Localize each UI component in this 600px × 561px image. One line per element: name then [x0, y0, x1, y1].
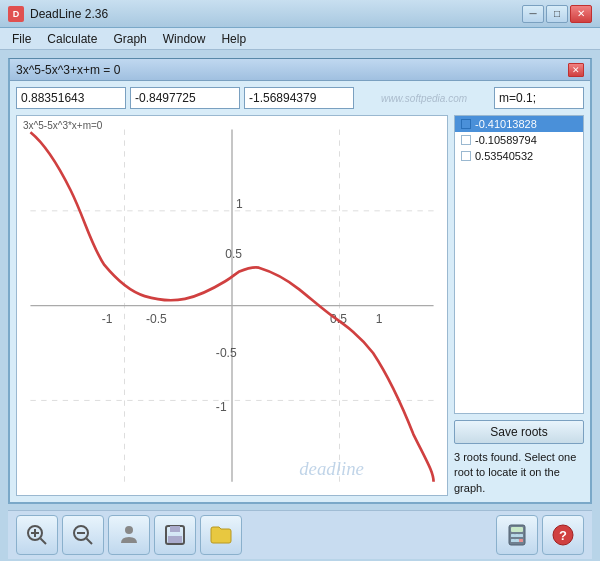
zoom-in-button[interactable] — [16, 515, 58, 555]
svg-text:1: 1 — [236, 197, 243, 211]
roots-list: -0.41013828 -0.10589794 0.53540532 — [454, 115, 584, 414]
toolbar: ? — [8, 510, 592, 559]
calculator-button[interactable] — [496, 515, 538, 555]
root1-input[interactable] — [16, 87, 126, 109]
root-checkbox-0 — [461, 119, 471, 129]
app-title: DeadLine 2.36 — [30, 7, 522, 21]
svg-point-22 — [125, 526, 133, 534]
restore-button[interactable]: □ — [546, 5, 568, 23]
zoom-out-icon — [71, 523, 95, 547]
inner-close-button[interactable]: ✕ — [568, 63, 584, 77]
main-panel: 3x^5-5x^3*x+m=0 1 0.5 — [16, 115, 584, 496]
watermark: www.softpedia.com — [358, 93, 490, 104]
folder-icon — [209, 523, 233, 547]
menu-help[interactable]: Help — [213, 30, 254, 48]
help-icon: ? — [551, 523, 575, 547]
svg-text:-1: -1 — [216, 400, 227, 414]
svg-text:-0.5: -0.5 — [216, 346, 237, 360]
svg-text:0.5: 0.5 — [225, 247, 242, 261]
root2-input[interactable] — [130, 87, 240, 109]
svg-line-16 — [41, 539, 47, 545]
help-button[interactable]: ? — [542, 515, 584, 555]
menu-bar: File Calculate Graph Window Help — [0, 28, 600, 50]
main-area: 3x^5-5x^3+x+m = 0 ✕ www.softpedia.com 3x… — [0, 50, 600, 561]
menu-graph[interactable]: Graph — [105, 30, 154, 48]
svg-rect-27 — [511, 527, 523, 532]
zoom-out-button[interactable] — [62, 515, 104, 555]
root-item-2[interactable]: 0.53540532 — [455, 148, 583, 164]
svg-text:deadline: deadline — [299, 458, 364, 479]
inputs-row: www.softpedia.com — [16, 87, 584, 109]
svg-text:-1: -1 — [102, 312, 113, 326]
inner-window: 3x^5-5x^3+x+m = 0 ✕ www.softpedia.com 3x… — [8, 58, 592, 504]
svg-rect-30 — [519, 534, 523, 537]
root-value-2: 0.53540532 — [475, 150, 533, 162]
root-value-1: -0.10589794 — [475, 134, 537, 146]
svg-rect-25 — [168, 536, 182, 543]
inner-content: www.softpedia.com 3x^5-5x^3*x+m=0 — [10, 81, 590, 502]
calculator-icon — [505, 523, 529, 547]
svg-rect-28 — [511, 534, 515, 537]
graph-svg: 1 0.5 -0.5 -1 -1 -0.5 0.5 1 — [17, 116, 447, 495]
svg-rect-29 — [515, 534, 519, 537]
app-icon: D — [8, 6, 24, 22]
person-button[interactable] — [108, 515, 150, 555]
root-checkbox-1 — [461, 135, 471, 145]
root-checkbox-2 — [461, 151, 471, 161]
svg-text:-0.5: -0.5 — [146, 312, 167, 326]
svg-line-20 — [87, 539, 93, 545]
minimize-button[interactable]: ─ — [522, 5, 544, 23]
svg-rect-24 — [170, 526, 180, 532]
save-icon — [163, 523, 187, 547]
menu-file[interactable]: File — [4, 30, 39, 48]
svg-text:?: ? — [559, 528, 567, 543]
svg-rect-32 — [515, 539, 519, 542]
zoom-in-icon — [25, 523, 49, 547]
window-controls: ─ □ ✕ — [522, 5, 592, 23]
save-button[interactable] — [154, 515, 196, 555]
root-item-0[interactable]: -0.41013828 — [455, 116, 583, 132]
svg-rect-31 — [511, 539, 515, 542]
svg-rect-33 — [519, 539, 523, 542]
title-bar: D DeadLine 2.36 ─ □ ✕ — [0, 0, 600, 28]
inner-title-bar: 3x^5-5x^3+x+m = 0 ✕ — [10, 59, 590, 81]
menu-calculate[interactable]: Calculate — [39, 30, 105, 48]
right-panel: -0.41013828 -0.10589794 0.53540532 Save … — [454, 115, 584, 496]
root-value-0: -0.41013828 — [475, 118, 537, 130]
save-roots-button[interactable]: Save roots — [454, 420, 584, 444]
root3-input[interactable] — [244, 87, 354, 109]
svg-text:1: 1 — [376, 312, 383, 326]
root-item-1[interactable]: -0.10589794 — [455, 132, 583, 148]
menu-window[interactable]: Window — [155, 30, 214, 48]
status-text: 3 roots found. Select one root to locate… — [454, 450, 584, 496]
person-icon — [117, 523, 141, 547]
graph-area: 3x^5-5x^3*x+m=0 1 0.5 — [16, 115, 448, 496]
m-input[interactable] — [494, 87, 584, 109]
open-button[interactable] — [200, 515, 242, 555]
graph-label: 3x^5-5x^3*x+m=0 — [23, 120, 102, 131]
close-button[interactable]: ✕ — [570, 5, 592, 23]
inner-title: 3x^5-5x^3+x+m = 0 — [16, 63, 568, 77]
